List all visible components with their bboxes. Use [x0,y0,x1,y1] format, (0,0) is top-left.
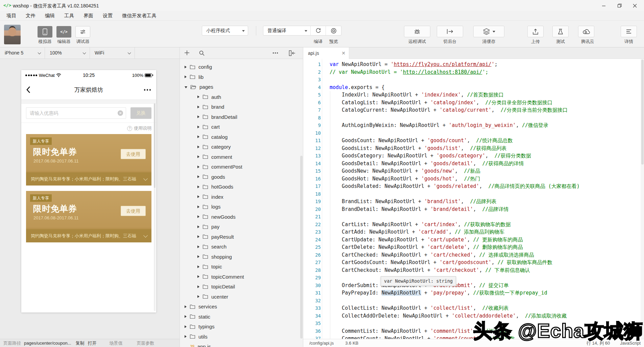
chevron-right-icon[interactable] [197,126,199,128]
use-coupon-button[interactable]: 去使用 [121,149,146,159]
tree-item-topicComment[interactable]: topicComment [180,272,303,282]
chevron-right-icon[interactable] [197,295,199,298]
editor-toggle-button[interactable]: </> [56,26,71,38]
tree-item-payResult[interactable]: payResult [180,232,303,242]
chevron-right-icon[interactable] [185,66,187,68]
clear-input-icon[interactable]: ✕ [118,110,123,116]
menu-edit[interactable]: 编辑 [42,11,58,20]
zoom-select[interactable]: 100% [45,47,90,59]
chevron-right-icon[interactable] [197,135,199,138]
upload-button[interactable] [527,26,544,37]
compile-mode-select[interactable]: 普通编译 [263,26,311,35]
collapse-sidebar-button[interactable] [289,50,295,56]
tree-item-utils[interactable]: utils [180,332,303,342]
coupon-description[interactable]: 简约陶瓷马克杯专享；小米用户福利；限时购、三石福 [26,229,151,242]
editor-scrollbar[interactable] [641,59,644,339]
chevron-right-icon[interactable] [185,315,187,318]
chevron-right-icon[interactable] [185,335,187,338]
tree-item-brandDetail[interactable]: brandDetail [180,112,303,122]
tree-item-logs[interactable]: logs [180,202,303,212]
redeem-button[interactable]: 兑换 [130,107,151,119]
tree-item-shopping[interactable]: shopping [180,252,303,262]
chevron-right-icon[interactable] [197,146,199,148]
tree-item-category[interactable]: category [180,142,303,152]
phone-scrollbar[interactable] [154,103,156,311]
close-button[interactable] [627,0,643,11]
open-path-button[interactable]: 打开 [88,340,97,346]
menu-devtools[interactable]: 微信开发者工具 [119,11,160,20]
search-button[interactable] [199,50,205,56]
chevron-right-icon[interactable] [197,265,199,268]
chevron-right-icon[interactable] [185,305,187,308]
tree-item-config[interactable]: config [180,62,303,72]
clear-cache-button[interactable] [473,26,504,37]
tree-item-lib[interactable]: lib [180,72,303,82]
chevron-down-icon[interactable] [185,86,187,88]
chevron-right-icon[interactable] [197,115,199,118]
chevron-right-icon[interactable] [197,215,199,218]
tree-item-search[interactable]: search [180,242,303,252]
chevron-right-icon[interactable] [197,195,199,198]
back-button[interactable] [26,86,30,93]
user-avatar[interactable] [4,25,21,44]
mode-select[interactable]: 小程序模式 [202,26,248,36]
coupon-description[interactable]: 简约陶瓷马克杯专享；小米用户福利；限时购、三石福 [26,172,151,186]
tree-item-typings[interactable]: typings [180,322,303,332]
menu-tools[interactable]: 工具 [61,11,77,20]
tree-item-newGoods[interactable]: newGoods [180,212,303,222]
more-options-button[interactable] [272,52,278,54]
details-button[interactable] [621,26,637,37]
chevron-right-icon[interactable] [185,75,187,78]
file-tree-scrollbar[interactable] [300,156,303,339]
tree-item-app-js[interactable]: JSapp.js [180,342,303,347]
chevron-right-icon[interactable] [197,186,199,188]
tree-item-hotGoods[interactable]: hotGoods [180,182,303,192]
preview-button[interactable] [326,26,341,35]
chevron-right-icon[interactable] [197,285,199,288]
menu-view[interactable]: 界面 [80,11,96,20]
tree-item-static[interactable]: static [180,312,303,322]
close-tab-icon[interactable]: ✕ [341,50,345,56]
chevron-right-icon[interactable] [197,175,199,178]
tree-item-pay[interactable]: pay [180,222,303,232]
test-button[interactable] [552,26,569,37]
tree-item-goods[interactable]: goods [180,172,303,182]
tab-api-js[interactable]: api.js ✕ [303,47,349,59]
chevron-right-icon[interactable] [197,275,199,278]
tree-item-comment[interactable]: comment [180,152,303,162]
coupon-code-input[interactable] [26,107,126,119]
usage-note[interactable]: ? 使用说明 [21,123,156,132]
tree-item-ucenter[interactable]: ucenter [180,292,303,302]
tree-item-topicDetail[interactable]: topicDetail [180,282,303,292]
tree-item-catalog[interactable]: catalog [180,132,303,142]
menu-settings[interactable]: 设置 [100,11,116,20]
chevron-right-icon[interactable] [197,106,199,108]
chevron-right-icon[interactable] [197,205,199,208]
menu-file[interactable]: 文件 [23,11,39,20]
remote-debug-button[interactable] [404,26,430,37]
debugger-toggle-button[interactable] [75,26,90,38]
copy-path-button[interactable]: 复制 [76,340,85,346]
minimize-button[interactable] [596,0,612,11]
tree-item-services[interactable]: services [180,302,303,312]
chevron-right-icon[interactable] [197,235,199,238]
tencent-cloud-button[interactable] [578,26,594,37]
tree-item-pages[interactable]: pages [180,82,303,92]
chevron-right-icon[interactable] [197,255,199,258]
tree-item-index[interactable]: index [180,192,303,202]
chevron-right-icon[interactable] [197,245,199,248]
chevron-right-icon[interactable] [197,95,199,98]
maximize-button[interactable] [612,0,627,11]
network-select[interactable]: WiFi [90,47,135,59]
simulator-toggle-button[interactable] [38,26,52,38]
tree-item-auth[interactable]: auth [180,92,303,102]
compile-button[interactable] [311,26,326,35]
device-select[interactable]: iPhone 5 [0,47,45,59]
tree-item-brand[interactable]: brand [180,102,303,112]
chevron-right-icon[interactable] [197,225,199,228]
add-file-button[interactable] [184,50,190,56]
code-editor[interactable]: 1var NewApiRootUrl = 'https://fly2you.cn… [303,59,644,339]
switch-background-button[interactable] [437,26,463,37]
chevron-right-icon[interactable] [197,155,199,158]
tree-item-commentPost[interactable]: commentPost [180,162,303,172]
